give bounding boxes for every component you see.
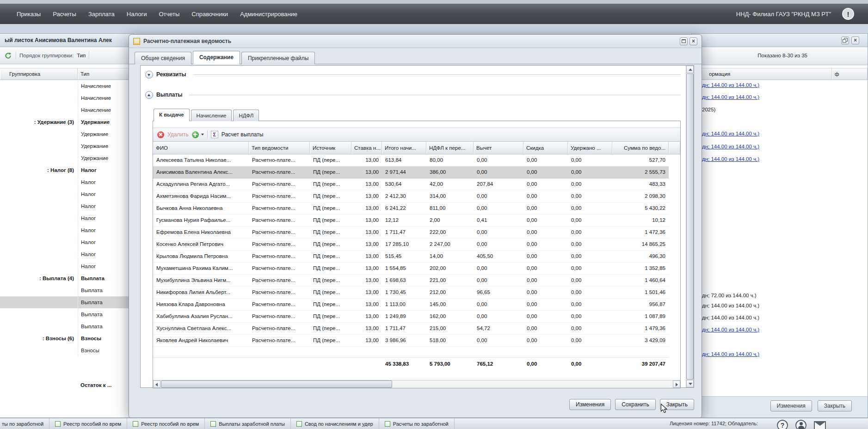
column-header[interactable]: Итого начи... [382,142,426,154]
table-row[interactable]: Начисление [0,92,134,104]
link[interactable]: дн; 144.00 из 144.00 ч.) [702,79,759,91]
column-header[interactable]: Удержано ... [568,142,612,154]
changes-button[interactable]: Изменения [770,400,812,411]
table-row[interactable]: Налог [0,176,134,188]
delete-icon[interactable] [157,131,164,138]
table-row[interactable]: Анисимова Валентина Алекс...Расчетно-пла… [153,166,669,178]
table-row[interactable]: Асхадуллина Регина Адгато...Расчетно-пла… [153,178,669,190]
column-header[interactable]: НДФЛ к пере... [426,142,474,154]
table-row[interactable]: Алексеева Татьяна Николае...Расчетно-пла… [153,154,669,166]
help-icon[interactable]: ? [777,420,788,429]
column-header[interactable]: Вычет [474,142,523,154]
column-header[interactable]: Сумма по ведо... [612,142,669,154]
table-row[interactable]: Бычкова Анна НиколаевнаРасчетно-плате...… [153,202,669,214]
taskbar-item[interactable]: Расчеты по заработной [379,418,455,429]
link[interactable]: дн; 144.00 из 144.00 ч.) [702,348,759,360]
menu-item-1[interactable]: Приказы [17,11,41,18]
menu-item-6[interactable]: Справочники [191,11,228,18]
table-row[interactable]: Налог [0,188,134,200]
horizontal-scrollbar[interactable] [153,380,680,388]
table-row[interactable]: Удержание [0,140,134,152]
table-row[interactable]: Налог [0,236,134,248]
table-row[interactable]: Косенко Алексей ПетровичРасчетно-плате..… [153,239,669,251]
table-row[interactable]: Налог [0,248,134,260]
table-row[interactable]: Начисление [0,80,134,92]
table-row[interactable]: Начисление [0,104,134,116]
table-row[interactable]: Никифорова Лилия Альберт...Расчетно-плат… [153,287,669,299]
menu-item-5[interactable]: Отчеты [159,11,179,18]
inner-tab-1[interactable]: К выдаче [154,109,190,121]
scrollbar-thumb[interactable] [686,74,694,380]
table-row[interactable]: Удержание [0,128,134,140]
taskbar-item[interactable]: Реестр пособий по врем [127,418,205,429]
column-header[interactable]: Ставка н... [351,142,382,154]
table-row[interactable]: Налог [0,212,134,224]
table-row[interactable]: Крылова Людмила ПетровнаРасчетно-плате..… [153,251,669,263]
table-row[interactable]: : Налог (8)Налог [0,164,134,176]
link[interactable]: дн; 144.00 из 144.00 ч.) [702,91,759,103]
scrollbar-thumb[interactable] [161,380,392,388]
column-header[interactable]: Тип ведомости [249,142,310,154]
link[interactable]: дн; 144.00 из 144.00 ч.) [702,141,759,153]
table-row[interactable]: Выплата [0,320,134,332]
sum-icon[interactable]: Σ [211,131,218,138]
link[interactable]: дн; 144.00 из 144.00 ч.) [702,128,759,140]
column-header[interactable]: ФИО [153,142,249,154]
menu-item-4[interactable]: Налоги [127,11,147,18]
delete-button[interactable]: Удалить [167,131,189,138]
column-header[interactable]: Скидка [523,142,568,154]
table-row[interactable]: Мухибуллина Эльвина Нигм...Расчетно-плат… [153,275,669,287]
table-row[interactable]: Хабибуллина Азалия Руслан...Расчетно-пла… [153,311,669,323]
scroll-up-button[interactable] [686,66,694,73]
table-row[interactable]: Выплата [0,284,134,296]
table-row[interactable]: Ахметзянова Фарида Насим...Расчетно-плат… [153,190,669,202]
table-row[interactable]: Яковлев Андрей НиколаевичРасчетно-плате.… [153,335,669,347]
table-row[interactable]: : Выплата (4)Выплата [0,272,134,284]
scroll-down-button[interactable] [686,380,694,387]
dropdown-caret-icon[interactable] [201,134,204,135]
taskbar-item[interactable]: Реестр пособий по врем [49,418,127,429]
table-row[interactable]: Налог [0,200,134,212]
collapse-toggle-icon[interactable] [145,71,153,79]
taskbar-item[interactable]: Выплаты заработной платы [205,418,291,429]
window-titlebar[interactable]: ый листок Анисимова Валентина Алек [0,34,134,47]
table-row[interactable]: Налог [0,260,134,272]
close-button[interactable]: Закрыть [818,400,852,411]
menu-item-7[interactable]: Администрирование [240,11,297,18]
link[interactable]: дн; 144.00 из 144.00 ч.) [702,324,759,336]
vertical-scrollbar[interactable] [686,66,694,387]
collapse-toggle-icon[interactable] [145,91,153,99]
taskbar-item[interactable]: Свод по начислениям и удер [291,418,379,429]
menu-item-3[interactable]: Зарплата [88,11,115,18]
dialog-titlebar[interactable]: Расчетно-платежная ведомость × [129,35,702,48]
table-row[interactable]: Ефремова Елена НиколаевнаРасчетно-плате.… [153,227,669,239]
table-row[interactable]: Взносы [0,344,134,356]
tab-3[interactable]: Прикрепленные файлы [241,52,315,64]
user-icon[interactable] [795,420,806,429]
add-icon[interactable] [192,131,199,138]
refresh-button[interactable] [3,51,12,60]
close-button[interactable]: × [689,37,697,45]
table-row[interactable]: Налог [0,224,134,236]
taskbar-item[interactable]: ты по заработной [0,418,49,429]
table-row[interactable]: Выплата [0,308,134,320]
link[interactable]: дн; 144.00 из 144.00 ч.) [702,153,759,165]
tab-2[interactable]: Содержание [193,51,240,64]
table-row[interactable]: Удержание [0,152,134,164]
calc-payout-button[interactable]: Расчет выплаты [222,131,264,138]
table-row[interactable]: Мухаметшина Рахима Калим...Расчетно-плат… [153,263,669,275]
mail-icon[interactable] [814,421,826,429]
changes-button[interactable]: Изменения [569,399,611,410]
table-row[interactable]: Выплата [0,296,134,308]
column-header[interactable]: Источник [310,142,351,154]
scroll-right-button[interactable] [673,380,680,388]
save-button[interactable]: Сохранить [615,399,656,410]
column-header[interactable]: Группировка [0,68,78,80]
scroll-left-button[interactable] [153,380,160,388]
table-row[interactable]: Гусманова Нурия Рафаилье...Расчетно-плат… [153,214,669,227]
inner-tab-3[interactable]: НДФЛ [233,110,259,121]
table-row[interactable]: : Взносы (6)Взносы [0,332,134,344]
tab-1[interactable]: Общие сведения [135,52,191,64]
grouping-value[interactable]: Тип [77,53,86,58]
table-row[interactable]: Ниязова Клара ДавроновнаРасчетно-плате..… [153,299,669,311]
